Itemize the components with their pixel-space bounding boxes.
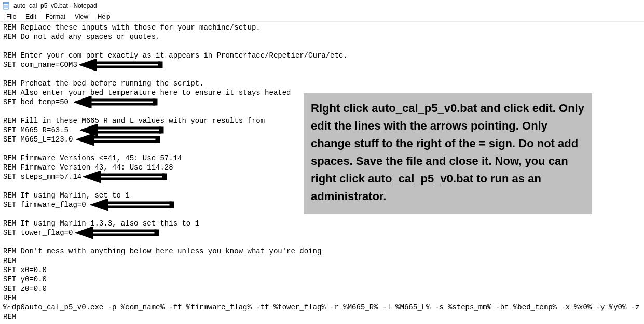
editor-line: [3, 41, 641, 51]
editor-line: SET x0=0.0: [3, 265, 641, 275]
editor-line: REM Enter your com port exactly as it ap…: [3, 51, 641, 60]
editor-line: REM: [3, 312, 641, 321]
menubar: File Edit Format View Help: [0, 11, 644, 22]
menu-file[interactable]: File: [2, 12, 20, 21]
notepad-icon: [2, 2, 10, 10]
editor-line: SET y0=0.0: [3, 275, 641, 284]
editor-line: REM: [3, 256, 641, 265]
menu-edit[interactable]: Edit: [21, 12, 40, 21]
editor-line: REM Preheat the bed before running the s…: [3, 79, 641, 88]
svg-rect-1: [3, 2, 9, 4]
editor-line: REM Do not add any spaces or quotes.: [3, 32, 641, 41]
editor-line: [3, 237, 641, 247]
editor-line: SET z0=0.0: [3, 284, 641, 293]
menu-view[interactable]: View: [71, 12, 92, 21]
menu-help[interactable]: Help: [93, 12, 115, 21]
instruction-note: RIght click auto_cal_p5_v0.bat and click…: [304, 93, 592, 214]
window-title: auto_cal_p5_v0.bat - Notepad: [13, 2, 97, 9]
editor-line: REM: [3, 293, 641, 303]
editor-line: [3, 69, 641, 79]
editor-line: SET com_name=COM3: [3, 60, 641, 69]
editor-line: REM Replace these inputs with those for …: [3, 23, 641, 32]
titlebar: auto_cal_p5_v0.bat - Notepad: [0, 0, 644, 11]
editor-line: REM If using Marlin 1.3.3, also set this…: [3, 219, 641, 228]
editor-line: %~dp0auto_cal_p5_v0.exe -p %com_name% -f…: [3, 303, 641, 312]
menu-format[interactable]: Format: [42, 12, 70, 21]
editor-line: REM Don't mess with anything below here …: [3, 247, 641, 256]
editor-line: SET tower_flag=0: [3, 228, 641, 237]
